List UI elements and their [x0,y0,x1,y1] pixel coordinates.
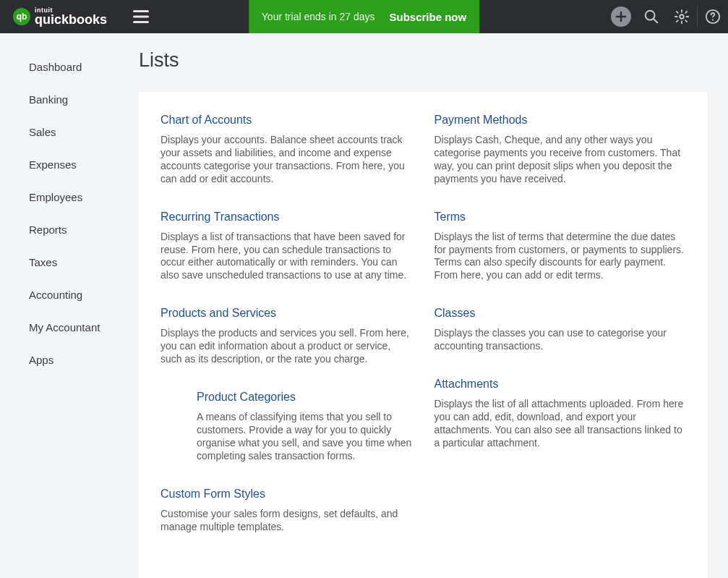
list-desc: Displays the list of all attachments upl… [434,398,687,450]
search-icon [643,9,659,25]
hamburger-menu-icon[interactable] [133,10,149,23]
sidebar-nav: Dashboard Banking Sales Expenses Employe… [0,33,139,578]
nav-item-sales[interactable]: Sales [0,116,139,148]
list-link-custom-form-styles[interactable]: Custom Form Styles [160,488,413,501]
svg-point-7 [712,19,714,20]
list-link-chart-of-accounts[interactable]: Chart of Accounts [160,114,413,127]
help-icon [705,9,721,25]
svg-rect-1 [133,16,149,18]
brand-logo[interactable]: qb intuit quickbooks [0,7,107,26]
search-button[interactable] [636,0,667,33]
svg-line-4 [654,19,657,22]
nav-item-my-accountant[interactable]: My Accountant [0,311,139,344]
brand-main-text: quickbooks [35,13,107,26]
nav-item-expenses[interactable]: Expenses [0,148,139,181]
list-desc: Displays Cash, Cheque, and any other way… [434,134,687,186]
list-link-classes[interactable]: Classes [434,307,687,320]
nav-item-employees[interactable]: Employees [0,181,139,213]
list-desc: A means of classifying items that you se… [197,411,413,463]
plus-icon [611,7,631,27]
list-desc: Displays the classes you can use to cate… [434,327,687,353]
qb-logo-icon: qb [13,8,30,25]
lists-right-column: Payment Methods Displays Cash, Cheque, a… [434,114,687,558]
list-desc: Displays a list of transactions that hav… [160,231,413,283]
list-item-recurring-transactions: Recurring Transactions Displays a list o… [160,211,413,283]
svg-rect-2 [133,21,149,23]
svg-point-5 [680,14,684,19]
list-item-attachments: Attachments Displays the list of all att… [434,378,687,450]
list-link-products-and-services[interactable]: Products and Services [160,307,413,320]
list-link-product-categories[interactable]: Product Categories [197,391,413,404]
list-desc: Customise your sales form designs, set d… [160,508,413,534]
settings-button[interactable] [667,0,697,33]
lists-card: Chart of Accounts Displays your accounts… [139,92,708,578]
list-item-chart-of-accounts: Chart of Accounts Displays your accounts… [160,114,413,186]
list-link-attachments[interactable]: Attachments [434,378,687,391]
topbar-actions [606,0,728,33]
list-item-classes: Classes Displays the classes you can use… [434,307,687,353]
page-title: Lists [139,49,708,72]
list-link-payment-methods[interactable]: Payment Methods [434,114,687,127]
subscribe-button[interactable]: Subscribe now [390,11,467,23]
trial-text: Your trial ends in 27 days [262,11,375,22]
gear-icon [674,9,690,25]
list-desc: Displays the products and services you s… [160,327,413,366]
list-desc: Displays your accounts. Balance sheet ac… [160,134,413,186]
list-item-payment-methods: Payment Methods Displays Cash, Cheque, a… [434,114,687,186]
svg-rect-0 [133,10,149,12]
nav-item-banking[interactable]: Banking [0,83,139,116]
list-item-product-categories: Product Categories A means of classifyin… [160,391,413,463]
trial-banner: Your trial ends in 27 days Subscribe now [249,0,479,33]
topbar: qb intuit quickbooks Your trial ends in … [0,0,728,33]
create-button[interactable] [606,0,636,33]
list-link-terms[interactable]: Terms [434,211,687,224]
list-item-products-and-services: Products and Services Displays the produ… [160,307,413,366]
nav-item-apps[interactable]: Apps [0,344,139,376]
nav-item-dashboard[interactable]: Dashboard [0,51,139,83]
nav-item-taxes[interactable]: Taxes [0,246,139,279]
list-item-custom-form-styles: Custom Form Styles Customise your sales … [160,488,413,534]
list-link-recurring-transactions[interactable]: Recurring Transactions [160,211,413,224]
help-button[interactable] [698,0,728,33]
lists-left-column: Chart of Accounts Displays your accounts… [160,114,413,558]
nav-item-reports[interactable]: Reports [0,213,139,246]
list-item-terms: Terms Displays the list of terms that de… [434,211,687,283]
nav-item-accounting[interactable]: Accounting [0,279,139,311]
list-desc: Displays the list of terms that determin… [434,231,687,283]
